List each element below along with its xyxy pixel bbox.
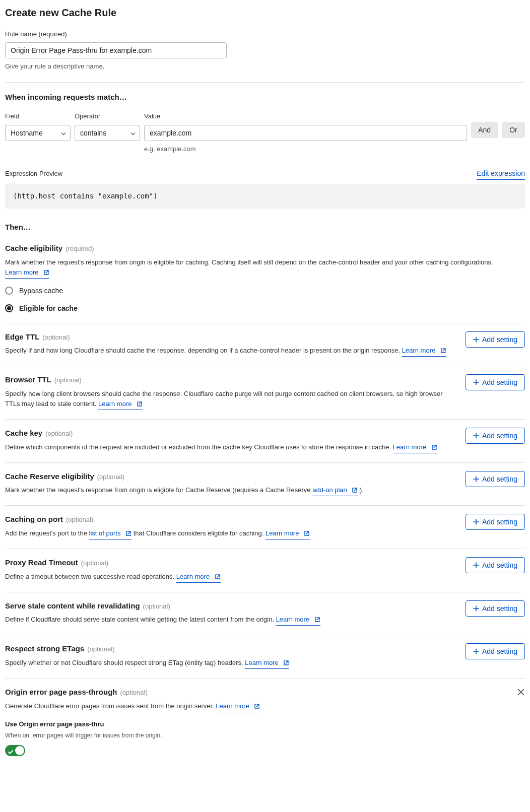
optional-tag: (optional) <box>42 332 70 343</box>
origin-error-toggle[interactable] <box>5 745 25 756</box>
add-setting-button[interactable]: Add setting <box>466 428 525 444</box>
radio-label: Eligible for cache <box>19 303 78 314</box>
proxy-timeout-desc: Define a timeout between two successive … <box>5 572 453 583</box>
plus-icon <box>473 336 479 343</box>
cache-key-desc: Define which components of the request a… <box>5 442 453 453</box>
radio-icon-selected <box>5 304 13 312</box>
cache-reserve-title: Cache Reserve eligibility <box>5 471 94 483</box>
plus-icon <box>473 379 479 385</box>
optional-tag: (optional) <box>87 644 114 654</box>
radio-eligible-cache[interactable]: Eligible for cache <box>5 303 525 314</box>
cache-key-title: Cache key <box>5 428 42 439</box>
origin-error-title: Origin error page pass-through <box>5 687 117 698</box>
radio-bypass-cache[interactable]: Bypass cache <box>5 286 525 296</box>
plus-icon <box>473 433 479 439</box>
then-title: Then… <box>5 222 525 233</box>
value-hint: e.g. example.com <box>144 144 467 154</box>
toggle-title: Use Origin error page pass-thru <box>5 719 525 729</box>
optional-tag: (optional) <box>54 375 82 385</box>
expression-code: (http.host contains "example.com") <box>5 184 525 209</box>
etags-title: Respect strong ETags <box>5 643 84 655</box>
learn-more-link[interactable]: Learn more <box>402 346 446 357</box>
external-link-icon <box>254 703 260 709</box>
optional-tag: (optional) <box>120 688 148 698</box>
plus-icon <box>473 605 479 612</box>
optional-tag: (optional) <box>97 472 124 482</box>
learn-more-link[interactable]: Learn more <box>266 528 310 539</box>
add-setting-button[interactable]: Add setting <box>466 471 525 487</box>
learn-more-link[interactable]: Learn more <box>393 442 437 453</box>
caching-port-desc: Add the request's port to the list of po… <box>5 528 453 539</box>
plus-icon <box>473 562 479 568</box>
origin-error-desc: Generate Cloudflare error pages from iss… <box>5 701 505 712</box>
serve-stale-title: Serve stale content while revalidating <box>5 600 140 612</box>
optional-tag: (optional) <box>45 429 73 439</box>
list-of-ports-link[interactable]: list of ports <box>89 528 131 539</box>
plus-icon <box>473 519 479 525</box>
external-link-icon <box>352 487 358 493</box>
required-tag: (required) <box>65 244 94 254</box>
external-link-icon <box>440 348 446 354</box>
learn-more-link[interactable]: Learn more <box>276 615 320 626</box>
plus-icon <box>473 476 479 482</box>
add-setting-button[interactable]: Add setting <box>466 331 525 348</box>
learn-more-link[interactable]: Learn more <box>5 267 49 279</box>
rule-name-input[interactable] <box>5 42 227 58</box>
addon-plan-link[interactable]: add-on plan <box>312 485 358 496</box>
rule-name-helper: Give your rule a descriptive name. <box>5 61 525 72</box>
chevron-down-icon <box>61 128 66 139</box>
edit-expression-link[interactable]: Edit expression <box>477 168 525 180</box>
operator-select-value: contains <box>80 128 106 139</box>
and-button[interactable]: And <box>471 122 498 138</box>
browser-ttl-title: Browser TTL <box>5 374 51 386</box>
etags-desc: Specify whether or not Cloudflare should… <box>5 658 453 669</box>
add-setting-button[interactable]: Add setting <box>466 514 525 530</box>
add-setting-button[interactable]: Add setting <box>466 374 525 390</box>
browser-ttl-desc: Specify how long client browsers should … <box>5 389 453 410</box>
expression-label: Expression Preview <box>5 169 62 179</box>
value-input[interactable] <box>144 125 467 141</box>
add-setting-button[interactable]: Add setting <box>466 600 525 617</box>
operator-select[interactable]: contains <box>75 125 140 141</box>
field-header: Field <box>5 111 71 121</box>
external-link-icon <box>431 444 437 450</box>
external-link-icon <box>314 617 320 623</box>
cache-reserve-desc: Mark whether the request's response from… <box>5 485 453 496</box>
learn-more-link[interactable]: Learn more <box>245 658 289 669</box>
external-link-icon <box>215 574 221 580</box>
check-icon <box>8 748 14 754</box>
learn-more-link[interactable]: Learn more <box>176 572 221 583</box>
serve-stale-desc: Define if Cloudflare should serve stale … <box>5 615 453 626</box>
field-select-value: Hostname <box>11 128 43 139</box>
toggle-desc: When on, error pages will trigger for is… <box>5 731 525 740</box>
external-link-icon <box>304 530 310 536</box>
add-setting-button[interactable]: Add setting <box>466 557 525 573</box>
close-icon[interactable] <box>517 688 525 696</box>
chevron-down-icon <box>130 128 136 139</box>
edge-ttl-title: Edge TTL <box>5 331 39 343</box>
external-link-icon <box>283 660 289 666</box>
rule-name-label: Rule name (required) <box>5 29 525 39</box>
toggle-knob <box>15 746 24 755</box>
operator-header: Operator <box>75 111 140 121</box>
optional-tag: (optional) <box>143 601 170 612</box>
external-link-icon <box>137 401 143 407</box>
page-title: Create new Cache Rule <box>5 5 525 20</box>
match-section-title: When incoming requests match… <box>5 92 525 103</box>
radio-label: Bypass cache <box>19 286 63 296</box>
or-button[interactable]: Or <box>502 122 525 138</box>
learn-more-link[interactable]: Learn more <box>98 399 143 410</box>
cache-eligibility-desc: Mark whether the request's response from… <box>5 257 525 279</box>
plus-icon <box>473 648 479 654</box>
optional-tag: (optional) <box>66 515 93 525</box>
proxy-timeout-title: Proxy Read Timeout <box>5 557 78 569</box>
cache-eligibility-title: Cache eligibility <box>5 243 62 254</box>
optional-tag: (optional) <box>81 558 108 568</box>
caching-port-title: Caching on port <box>5 514 63 525</box>
learn-more-link[interactable]: Learn more <box>216 701 260 712</box>
add-setting-button[interactable]: Add setting <box>466 643 525 659</box>
external-link-icon <box>43 269 49 276</box>
external-link-icon <box>125 530 131 536</box>
radio-icon <box>5 287 13 295</box>
field-select[interactable]: Hostname <box>5 125 71 141</box>
